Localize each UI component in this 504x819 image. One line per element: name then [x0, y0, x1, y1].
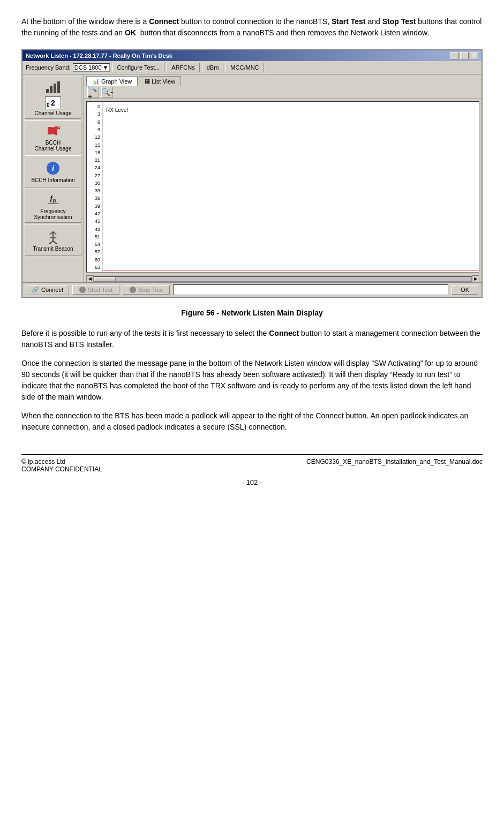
frequency-sync-label: FrequencySynchronisation — [34, 208, 72, 220]
y-label-12: 12 — [88, 134, 101, 140]
y-label-60: 60 — [88, 257, 101, 262]
network-listen-window: Network Listen - 172.28.17.77 - Really O… — [21, 49, 483, 298]
view-tabs: 📊 Graph View ▦ List View — [84, 74, 482, 86]
connect-bold-inline: Connect — [269, 329, 299, 337]
tab-graph-view[interactable]: 📊 Graph View — [86, 76, 138, 86]
sidebar-item-frequency-sync[interactable]: fB FrequencySynchronisation — [25, 189, 81, 223]
body-text: Before it is possible to run any of the … — [21, 328, 483, 433]
company-name: © ip.access Ltd — [21, 458, 102, 465]
sidebar-item-channel-usage[interactable]: 2 0 Channel Usage — [25, 77, 81, 119]
footer-right: CENG0336_XE_nanoBTS_Installation_and_Tes… — [306, 458, 483, 473]
when-paragraph: When the connection to the BTS has been … — [21, 410, 483, 433]
zoom-controls: 🔍+ 🔍- — [84, 86, 482, 99]
sidebar-item-bcch-channel-usage[interactable]: ✕ BCCHChannel Usage — [25, 120, 81, 154]
window-statusbar: 🔗 Connect Start Test Stop Test OK — [22, 282, 482, 297]
window-content: 2 0 Channel Usage ✕ BCCHChannel Usage — [22, 74, 482, 282]
status-message — [173, 284, 448, 295]
footer: © ip.access Ltd COMPANY CONFIDENTIAL CEN… — [21, 454, 483, 473]
window-title: Network Listen - 172.28.17.77 - Really O… — [26, 52, 172, 59]
connect-icon: 🔗 — [32, 287, 39, 294]
y-label-45: 45 — [88, 219, 101, 224]
frequency-icon: fB — [44, 191, 62, 207]
left-panel: 2 0 Channel Usage ✕ BCCHChannel Usage — [22, 74, 84, 282]
y-axis: 63 60 57 54 51 48 45 42 39 36 33 30 27 2… — [87, 102, 103, 272]
stop-test-label: Stop Test — [138, 287, 163, 293]
stop-test-icon — [130, 287, 136, 293]
stop-test-button[interactable]: Stop Test — [123, 285, 170, 295]
close-button[interactable]: ✕ — [470, 52, 478, 59]
graph-area: RX Level 63 60 57 54 51 48 45 42 39 36 3… — [86, 101, 479, 273]
y-label-33: 33 — [88, 188, 101, 193]
y-label-9: 9 — [88, 127, 101, 132]
before-paragraph: Before it is possible to run any of the … — [21, 328, 483, 350]
graph-view-label: Graph View — [101, 78, 132, 85]
stop-test-bold: Stop Test — [382, 17, 416, 26]
y-label-63: 63 — [88, 265, 101, 270]
start-test-icon — [79, 287, 86, 293]
start-test-button[interactable]: Start Test — [72, 285, 119, 295]
y-label-18: 18 — [88, 150, 101, 155]
zoom-in-button[interactable]: 🔍+ — [87, 87, 99, 97]
connect-button[interactable]: 🔗 Connect — [26, 285, 69, 295]
svg-line-2 — [53, 241, 57, 244]
dbm-button[interactable]: dBm — [202, 63, 224, 72]
y-label-51: 51 — [88, 234, 101, 239]
bcch-information-label: BCCH Information — [31, 177, 74, 183]
graph-view-icon: 📊 — [92, 78, 100, 85]
right-panel: 📊 Graph View ▦ List View 🔍+ 🔍- RX Level … — [84, 74, 482, 282]
sidebar-item-bcch-information[interactable]: i BCCH Information — [25, 155, 81, 187]
horizontal-scrollbar[interactable]: ◀ ▶ — [86, 275, 479, 282]
graph-baseline — [103, 270, 479, 271]
freq-band-select[interactable]: DCS 1800 ▼ — [73, 63, 110, 72]
connect-label: Connect — [41, 287, 63, 293]
y-label-3: 3 — [88, 111, 101, 117]
confidential-label: COMPANY CONFIDENTIAL — [21, 465, 102, 473]
tab-list-view[interactable]: ▦ List View — [139, 76, 181, 86]
list-view-label: List View — [152, 78, 175, 85]
footer-left: © ip.access Ltd COMPANY CONFIDENTIAL — [21, 458, 102, 473]
y-label-24: 24 — [88, 165, 101, 170]
info-icon: i — [44, 160, 62, 176]
mcc-mnc-button[interactable]: MCC/MNC — [225, 63, 264, 72]
y-label-54: 54 — [88, 242, 101, 247]
freq-band-value: DCS 1800 — [74, 64, 102, 71]
scroll-right-button[interactable]: ▶ — [472, 275, 479, 283]
list-view-icon: ▦ — [145, 78, 150, 85]
connect-bold: Connect — [149, 17, 179, 26]
start-test-bold: Start Test — [332, 17, 366, 26]
y-label-6: 6 — [88, 119, 101, 125]
start-test-label: Start Test — [88, 287, 112, 293]
minimize-button[interactable]: _ — [450, 52, 459, 59]
y-label-0: 0 — [88, 104, 101, 109]
y-label-15: 15 — [88, 142, 101, 148]
scroll-left-button[interactable]: ◀ — [86, 275, 94, 283]
transmit-beacon-label: Transmit Beacon — [33, 246, 73, 252]
bar-chart-icon — [44, 79, 62, 95]
y-label-57: 57 — [88, 249, 101, 254]
channel-usage-number: 2 0 — [45, 96, 61, 109]
intro-paragraph: At the bottom of the window there is a C… — [21, 16, 483, 39]
configure-test-button[interactable]: Configure Test... — [112, 63, 164, 72]
y-label-21: 21 — [88, 157, 101, 163]
arfcns-button[interactable]: ARFCNs — [167, 63, 199, 72]
page-number: - 102 - — [21, 478, 483, 486]
window-titlebar: Network Listen - 172.28.17.77 - Really O… — [22, 50, 482, 61]
y-label-27: 27 — [88, 173, 101, 178]
y-label-42: 42 — [88, 211, 101, 216]
y-label-36: 36 — [88, 196, 101, 201]
y-label-39: 39 — [88, 204, 101, 209]
maximize-button[interactable]: □ — [460, 52, 469, 59]
freq-band-label: Frequency Band: — [26, 64, 71, 71]
scrollbar-thumb[interactable] — [94, 277, 116, 281]
antenna-icon — [44, 229, 62, 245]
window-toolbar: Frequency Band: DCS 1800 ▼ Configure Tes… — [22, 61, 482, 74]
zoom-out-button[interactable]: 🔍- — [101, 87, 113, 97]
sidebar-item-transmit-beacon[interactable]: Transmit Beacon — [25, 224, 81, 256]
speaker-icon: ✕ — [44, 123, 62, 139]
channel-usage-label: Channel Usage — [35, 110, 72, 116]
ok-button[interactable]: OK — [452, 285, 478, 295]
y-label-48: 48 — [88, 227, 101, 232]
freq-band-dropdown-icon[interactable]: ▼ — [103, 64, 109, 71]
once-paragraph: Once the connection is started the messa… — [21, 358, 483, 403]
scrollbar-track[interactable] — [94, 276, 472, 282]
